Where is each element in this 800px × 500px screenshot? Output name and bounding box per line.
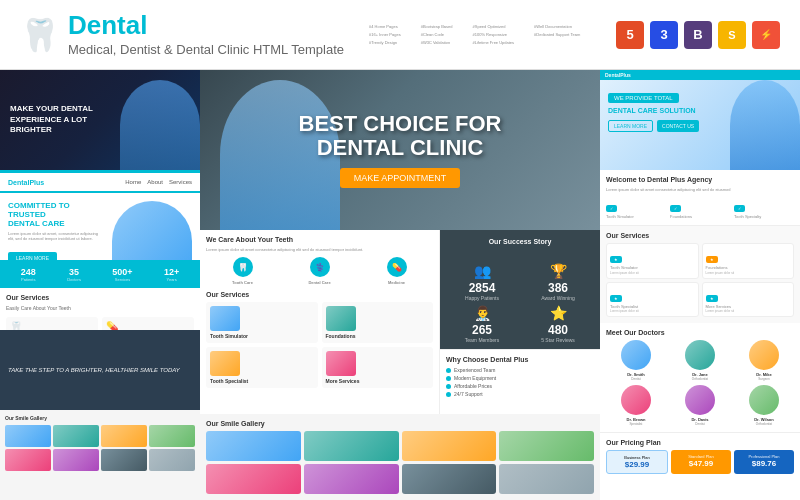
why-features: Experienced Team Modern Equipment Afford… (446, 367, 594, 397)
mini-nav-preview: DentalPlus Home About Services (0, 173, 200, 193)
mini-nav-items: Home About Services (125, 179, 192, 185)
service-mid-name-3: Tooth Specialist (210, 378, 314, 384)
nav-about[interactable]: About (147, 179, 163, 185)
doctor-avatar-1 (621, 340, 651, 370)
service-2-icon: 💊 (106, 321, 190, 331)
mini-logo: DentalPlus (8, 179, 44, 186)
right-svc-badge-4: ★ (706, 295, 718, 302)
doctor-title-3: Surgeon (734, 377, 794, 381)
service-2: 💊 Foundations Lorem ipsum dolor sit (102, 317, 194, 331)
success-title: Our Success Story (489, 238, 552, 245)
success-num-4: 480 (522, 323, 594, 337)
why-feature-2: Modern Equipment (446, 375, 594, 381)
welcome-badge-1: ✓ (606, 205, 617, 212)
right-service-3: ★ Tooth Specialist Lorem ipsum dolor sit (606, 282, 699, 317)
doctor-card-3: Dr. Mike Surgeon (734, 340, 794, 381)
html-icon: 5 (616, 21, 644, 49)
right-doctors: Meet Our Doctors Dr. Smith Dentist Dr. J… (600, 323, 800, 433)
care-title-2: Dental Care (283, 280, 356, 285)
right-svc-badge-2: ★ (706, 256, 718, 263)
right-hero-btn-2[interactable]: CONTACT US (657, 120, 699, 132)
pricing-pro-price: $89.76 (738, 459, 790, 468)
stat-services-num: 500+ (112, 267, 132, 277)
service-1-icon: 🦷 (10, 321, 94, 331)
stat-patients-label: Patients (21, 277, 36, 282)
services-mid-grid: Tooth Simulator Foundations Tooth Specia… (206, 302, 433, 388)
doctor-title-1: Dentist (606, 377, 666, 381)
doctor-title-2: Orthodontist (670, 377, 730, 381)
gallery-main-6 (304, 464, 399, 494)
tag-group-1: #4 Home Pages #16+ Inner Pages #Trendy D… (369, 24, 401, 46)
stats-bar: 248 Patients 35 Doctors 500+ Services 12… (0, 260, 200, 288)
right-svc-badge-3: ★ (610, 295, 622, 302)
hero-overlay: MAKE YOUR DENTALEXPERIENCE A LOTBRIGHTER (0, 70, 200, 170)
stat-patients-num: 248 (21, 267, 36, 277)
service-mid-1: Tooth Simulator (206, 302, 318, 343)
doctor-avatar-6 (749, 385, 779, 415)
care-section-title: We Care About Your Teeth (206, 236, 433, 243)
committed-btn[interactable]: LEARN MORE (8, 252, 57, 260)
success-label-3: Team Members (446, 337, 518, 343)
logo-container: 🦷 Dental Medical, Dentist & Dental Clini… (20, 10, 344, 59)
tag-2-2: #Clean Code (421, 32, 453, 37)
tag-group-2: #Bootstrap Based #Clean Code #W3C Valida… (421, 24, 453, 46)
page-header: 🦷 Dental Medical, Dentist & Dental Clini… (0, 0, 800, 70)
gallery-thumb-8 (149, 449, 195, 471)
gallery-thumb-6 (53, 449, 99, 471)
dark-overlay: TAKE THE STEP TO A BRIGHTER, HEALTHIER S… (0, 330, 200, 410)
pricing-cards: Business Plan $29.99 Standard Plan $47.9… (606, 450, 794, 474)
success-section: Our Success Story (440, 230, 600, 257)
welcome-title: Welcome to Dental Plus Agency (606, 176, 794, 183)
doctor-card-1: Dr. Smith Dentist (606, 340, 666, 381)
service-mid-name-4: More Services (326, 378, 430, 384)
gallery-thumb-2 (53, 425, 99, 447)
gallery-main-4 (499, 431, 594, 461)
stat-doctors-label: Doctors (67, 277, 81, 282)
welcome-feat-1: ✓ Tooth Simulator (606, 196, 666, 219)
success-num-3: 265 (446, 323, 518, 337)
doctor-card-6: Dr. Wilson Orthodontist (734, 385, 794, 426)
services-grid: 🦷 Tooth Simulator Lorem ipsum dolor sit … (6, 317, 194, 331)
tech-icons: 5 3 B S ⚡ (616, 21, 780, 49)
main-hero: BEST CHOICE FOR DENTAL CLINIC MAKE APPOI… (200, 70, 600, 230)
service-mid-4: More Services (322, 347, 434, 388)
right-svc-desc-4: Lorem ipsum dolor sit (706, 309, 791, 313)
service-mid-name-2: Foundations (326, 333, 430, 339)
right-hero-btn-1[interactable]: LEARN MORE (608, 120, 653, 132)
pricing-featured-price: $47.99 (675, 459, 727, 468)
tag-2-1: #Bootstrap Based (421, 24, 453, 29)
nav-services[interactable]: Services (169, 179, 192, 185)
hero-cta-button[interactable]: MAKE APPOINTMENT (340, 168, 461, 188)
success-icon-1: 👥 (446, 263, 518, 279)
gallery-main-title: Our Smile Gallery (206, 420, 594, 427)
right-svc-desc-3: Lorem ipsum dolor sit (610, 309, 695, 313)
tag-3-1: #Speed Optimized (473, 24, 515, 29)
service-mid-img-4 (326, 351, 356, 376)
gallery-thumb-3 (101, 425, 147, 447)
committed-doctor-image (112, 201, 192, 260)
right-service-4: ★ More Services Lorem ipsum dolor sit (702, 282, 795, 317)
stat-years-num: 12+ (164, 267, 179, 277)
welcome-badge-2: ✓ (670, 205, 681, 212)
gallery-thumb-7 (101, 449, 147, 471)
stat-doctors: 35 Doctors (67, 267, 81, 282)
right-services: Our Services ★ Tooth Simulator Lorem ips… (600, 226, 800, 322)
tag-4-2: #Dedicated Support Team (534, 32, 580, 37)
right-services-grid: ★ Tooth Simulator Lorem ipsum dolor sit … (606, 243, 794, 316)
welcome-features: ✓ Tooth Simulator ✓ Foundations ✓ Tooth … (606, 196, 794, 219)
services-section-mid: Our Services Tooth Simulator Foundations (206, 291, 433, 388)
stat-services-label: Services (112, 277, 132, 282)
stat-patients: 248 Patients (21, 267, 36, 282)
success-label-4: 5 Star Reviews (522, 337, 594, 343)
nav-home[interactable]: Home (125, 179, 141, 185)
gallery-main-5 (206, 464, 301, 494)
why-feature-4-text: 24/7 Support (454, 391, 483, 397)
middle-column: BEST CHOICE FOR DENTAL CLINIC MAKE APPOI… (200, 70, 600, 500)
services-subtitle: Easily Care About Your Teeth (6, 305, 194, 312)
gallery-grid-small (5, 425, 195, 471)
why-choose-section: Why Choose Dental Plus Experienced Team … (440, 349, 600, 414)
pricing-card-featured: Standard Plan $47.99 (671, 450, 731, 474)
committed-body: Lorem ipsum dolor sit amet, consectetur … (8, 231, 104, 241)
service-mid-img-3 (210, 351, 240, 376)
stat-years-label: Years (164, 277, 179, 282)
